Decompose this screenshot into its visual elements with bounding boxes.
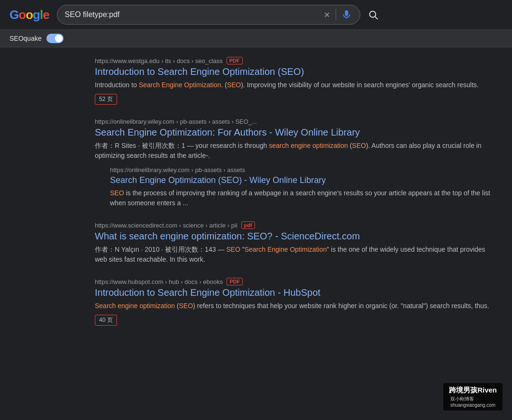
snippet-highlight-2b: SEO	[352, 142, 366, 149]
result-url-row-2: https://onlinelibrary.wiley.com › pb-ass…	[95, 118, 493, 125]
sub-result-url-row-2: https://onlinelibrary.wiley.com › pb-ass…	[110, 166, 493, 173]
result-snippet-2: 作者：R Sites · 被引用次数：1 — your research is …	[95, 141, 493, 161]
logo-o1: o	[18, 8, 26, 22]
seoquake-bar: SEOquake	[0, 30, 512, 47]
watermark-sub: 双小刚博客 shuangxiaogang.com	[450, 396, 495, 408]
pdf-badge-4: PDF	[227, 278, 243, 285]
result-title-2[interactable]: Search Engine Optimization: For Authors …	[95, 127, 493, 138]
page-count-1: 52 页	[95, 94, 117, 105]
result-snippet-1: Introduction to Search Engine Optimizati…	[95, 80, 493, 90]
divider	[336, 9, 336, 20]
result-item-1: https://www.westga.edu › its › docs › se…	[95, 57, 493, 105]
page-count-4: 40 页	[95, 315, 117, 326]
pdf-badge-3: pdf	[241, 221, 255, 229]
snippet-highlight-1b: SEO	[227, 81, 241, 89]
result-url-row-3: https://www.sciencedirect.com › science …	[95, 221, 493, 229]
snippet-highlight-1a: Search Engine Optimization	[139, 81, 221, 89]
result-title-3[interactable]: What is search engine optimization: SEO?…	[95, 231, 493, 242]
google-logo: Google	[9, 8, 49, 22]
sub-snippet-highlight-2a: SEO	[110, 189, 124, 197]
sub-result-url-2: https://onlinelibrary.wiley.com › pb-ass…	[110, 166, 245, 173]
result-url-1: https://www.westga.edu › its › docs › se…	[95, 57, 223, 64]
snippet-highlight-3a: SEO	[226, 246, 240, 253]
result-item-4: https://www.hubspot.com › hub › docs › e…	[95, 278, 493, 326]
main-content: https://www.westga.edu › its › docs › se…	[0, 47, 512, 348]
result-snippet-4: Search engine optimization (SEO) refers …	[95, 301, 493, 311]
logo-g: G	[9, 8, 18, 22]
svg-line-1	[375, 17, 377, 19]
search-bar-icons: ✕	[323, 9, 352, 20]
logo-e: e	[43, 8, 49, 22]
sub-result-snippet-2: SEO is the process of improving the rank…	[110, 188, 493, 208]
result-item-2: https://onlinelibrary.wiley.com › pb-ass…	[95, 118, 493, 208]
snippet-highlight-3b: Search Engine Optimization	[245, 246, 327, 253]
result-url-2: https://onlinelibrary.wiley.com › pb-ass…	[95, 118, 257, 125]
search-input[interactable]	[65, 10, 319, 19]
sub-result-title-2[interactable]: Search Engine Optimization (SEO) - Wiley…	[110, 175, 493, 185]
seoquake-toggle[interactable]	[46, 34, 64, 43]
watermark-main: 跨境男孩Riven	[449, 386, 497, 395]
result-snippet-3: 作者：N Yalçın · 2010 · 被引用次数：143 — SEO "Se…	[95, 245, 493, 265]
seoquake-label: SEOquake	[9, 35, 42, 42]
header: Google ✕	[0, 0, 512, 30]
result-title-1[interactable]: Introduction to Search Engine Optimizati…	[95, 66, 493, 77]
search-button[interactable]	[368, 9, 378, 20]
sub-result-2: https://onlinelibrary.wiley.com › pb-ass…	[110, 166, 493, 208]
result-url-4: https://www.hubspot.com › hub › docs › e…	[95, 278, 223, 285]
pdf-badge-1: PDF	[227, 57, 243, 64]
search-bar: ✕	[57, 5, 360, 25]
result-url-row-1: https://www.westga.edu › its › docs › se…	[95, 57, 493, 64]
watermark: 跨境男孩Riven 双小刚博客 shuangxiaogang.com	[443, 383, 503, 411]
snippet-highlight-4a: Search engine optimization	[95, 302, 175, 310]
result-url-row-4: https://www.hubspot.com › hub › docs › e…	[95, 278, 493, 285]
mic-button[interactable]	[341, 10, 352, 19]
snippet-highlight-4b: SEO	[179, 302, 193, 310]
result-item-3: https://www.sciencedirect.com › science …	[95, 221, 493, 265]
clear-button[interactable]: ✕	[323, 10, 331, 19]
logo-o2: o	[26, 8, 33, 22]
result-title-4[interactable]: Introduction to Search Engine Optimizati…	[95, 287, 493, 298]
logo-g2: g	[33, 8, 40, 22]
result-url-3: https://www.sciencedirect.com › science …	[95, 222, 238, 229]
snippet-highlight-2a: search engine optimization	[269, 142, 348, 149]
